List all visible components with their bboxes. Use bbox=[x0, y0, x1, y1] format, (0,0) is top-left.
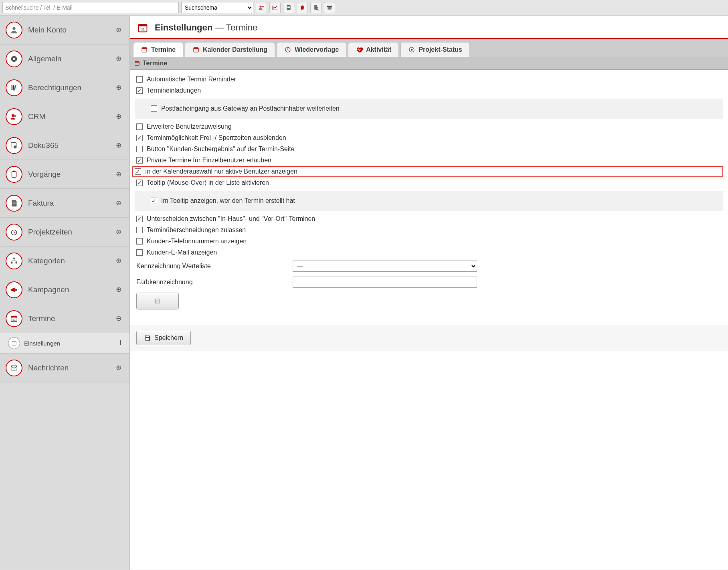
sidebar-item-kategorien[interactable]: Kategorien ⊕ bbox=[0, 247, 129, 275]
tab-aktivitaet[interactable]: Aktivität bbox=[348, 42, 399, 57]
sidebar-item-label: Faktura bbox=[28, 199, 54, 208]
svg-rect-44 bbox=[135, 61, 140, 63]
option-label: Termineinladungen bbox=[147, 87, 201, 94]
sidebar-subitem-einstellungen[interactable]: Einstellungen I bbox=[0, 333, 129, 354]
search-schema-select[interactable]: Suchschema bbox=[181, 2, 253, 13]
expand-icon: ⊕ bbox=[116, 83, 121, 92]
checkbox[interactable] bbox=[135, 168, 141, 175]
calendar-icon: 31 bbox=[6, 310, 22, 327]
svg-point-10 bbox=[13, 58, 15, 60]
option-label: Erweitere Benutzerzuweisung bbox=[147, 123, 232, 130]
page-title: Einstellungen — Termine bbox=[155, 22, 257, 33]
checkbox[interactable] bbox=[136, 76, 143, 83]
sidebar-item-account[interactable]: Mein Konto ⊕ bbox=[0, 16, 129, 44]
checkbox[interactable] bbox=[136, 146, 143, 152]
person-add-icon[interactable] bbox=[256, 2, 267, 13]
svg-rect-19 bbox=[13, 170, 15, 172]
tab-label: Aktivität bbox=[366, 46, 391, 53]
tab-label: Projekt-Status bbox=[419, 46, 462, 53]
quicksearch-input[interactable] bbox=[2, 2, 179, 13]
active-indicator: I bbox=[119, 339, 121, 347]
tab-termine[interactable]: Termine bbox=[133, 42, 183, 57]
svg-rect-25 bbox=[16, 262, 17, 263]
svg-rect-3 bbox=[287, 7, 290, 8]
account-icon bbox=[6, 22, 22, 38]
tab-label: Termine bbox=[151, 46, 176, 53]
mail-icon bbox=[6, 360, 22, 376]
main-content: 31 Einstellungen — Termine Termine Kalen… bbox=[130, 16, 728, 570]
sidebar-item-doku365[interactable]: Doku365 ⊕ bbox=[0, 131, 129, 160]
color-input[interactable] bbox=[293, 277, 477, 288]
kv-farbkennzeichnung: Farbkennzeichnung bbox=[135, 274, 723, 290]
checkbox[interactable] bbox=[151, 198, 157, 204]
option-label: Tooltip (Mouse-Over) in der Liste aktivi… bbox=[147, 179, 269, 186]
expand-icon: ⊕ bbox=[116, 55, 121, 63]
save-button[interactable]: Speichern bbox=[136, 331, 191, 345]
invoice-icon bbox=[6, 195, 22, 212]
sidebar-item-nachrichten[interactable]: Nachrichten ⊕ bbox=[0, 354, 129, 382]
color-picker-button[interactable] bbox=[136, 293, 179, 309]
svg-point-42 bbox=[411, 49, 413, 51]
option-label: Kunden-Telefonnummern anzeigen bbox=[147, 238, 247, 245]
svg-rect-4 bbox=[314, 5, 317, 10]
checkbox[interactable] bbox=[136, 249, 143, 256]
sidebar-item-label: Kategorien bbox=[28, 257, 65, 265]
chart-line-icon[interactable] bbox=[269, 2, 281, 13]
doc-zoom-icon[interactable] bbox=[310, 2, 322, 13]
option-label: Postfacheingang aus Gateway an Postfachi… bbox=[161, 105, 340, 112]
opt-btn-customer-search: Button "Kunden-Suchergebnis" auf der Ter… bbox=[135, 144, 723, 155]
checkbox[interactable] bbox=[136, 180, 143, 186]
globe-doc-icon bbox=[6, 137, 22, 154]
checkbox[interactable] bbox=[151, 105, 157, 112]
sidebar-item-projektzeiten[interactable]: Projektzeiten ⊕ bbox=[0, 218, 129, 247]
checkbox[interactable] bbox=[136, 87, 143, 94]
svg-rect-31 bbox=[12, 341, 16, 342]
shopping-icon[interactable] bbox=[297, 2, 308, 13]
archive-icon[interactable] bbox=[324, 2, 335, 13]
sidebar-item-general[interactable]: Allgemein ⊕ bbox=[0, 44, 129, 73]
sidebar: Mein Konto ⊕ Allgemein ⊕ Berechtigungen … bbox=[0, 16, 130, 570]
timer-icon bbox=[6, 224, 22, 241]
svg-rect-37 bbox=[142, 48, 147, 49]
sidebar-item-kampagnen[interactable]: Kampagnen ⊕ bbox=[0, 275, 129, 304]
opt-auto-reminder: Automatische Termin Reminder bbox=[135, 74, 723, 85]
svg-point-0 bbox=[260, 6, 262, 8]
topbar: Suchschema bbox=[0, 0, 728, 16]
document-icon[interactable] bbox=[283, 2, 294, 13]
tab-wiedervorlage[interactable]: Wiedervorlage bbox=[277, 42, 346, 57]
svg-rect-13 bbox=[14, 85, 16, 90]
svg-rect-39 bbox=[194, 48, 198, 49]
expand-icon: ⊕ bbox=[116, 257, 121, 265]
collapse-icon: ⊖ bbox=[116, 314, 121, 323]
sidebar-item-termine[interactable]: 31 Termine ⊖ bbox=[0, 304, 129, 333]
checkbox[interactable] bbox=[136, 216, 143, 222]
svg-point-15 bbox=[14, 115, 16, 117]
option-label: In der Kalenderauswahl nur aktive Benutz… bbox=[145, 168, 297, 175]
checkbox[interactable] bbox=[136, 238, 143, 245]
sidebar-item-label: Projektzeiten bbox=[28, 228, 72, 236]
tab-projekt-status[interactable]: Projekt-Status bbox=[400, 42, 469, 57]
sidebar-item-vorgaenge[interactable]: Vorgänge ⊕ bbox=[0, 160, 129, 189]
opt-invites: Termineinladungen bbox=[135, 85, 723, 96]
value-list-select[interactable]: --- bbox=[293, 261, 477, 272]
footer: Speichern bbox=[130, 325, 728, 351]
sidebar-item-label: Mein Konto bbox=[28, 26, 67, 34]
expand-icon: ⊕ bbox=[116, 228, 121, 236]
option-label: Terminmöglichkeit Frei -/ Sperrzeiten au… bbox=[147, 134, 286, 141]
sidebar-item-faktura[interactable]: Faktura ⊕ bbox=[0, 189, 129, 218]
checkbox[interactable] bbox=[136, 227, 143, 233]
calendar-icon bbox=[8, 337, 20, 349]
expand-icon: ⊕ bbox=[116, 285, 121, 294]
sidebar-item-permissions[interactable]: Berechtigungen ⊕ bbox=[0, 73, 129, 102]
expand-icon: ⊕ bbox=[116, 141, 121, 150]
opt-tooltip-list: Tooltip (Mouse-Over) in der Liste aktivi… bbox=[135, 177, 723, 188]
people-icon bbox=[6, 108, 22, 125]
tab-kalender-darstellung[interactable]: Kalender Darstellung bbox=[185, 42, 275, 57]
checkbox[interactable] bbox=[136, 135, 143, 141]
svg-rect-2 bbox=[287, 6, 290, 6]
sidebar-item-crm[interactable]: CRM ⊕ bbox=[0, 102, 129, 131]
checkbox[interactable] bbox=[136, 123, 143, 130]
opt-distinguish-inhouse: Unterscheiden zwischen "In-Haus"- und "V… bbox=[135, 213, 723, 224]
opt-ext-user-assign: Erweitere Benutzerzuweisung bbox=[135, 121, 723, 132]
checkbox[interactable] bbox=[136, 157, 143, 164]
